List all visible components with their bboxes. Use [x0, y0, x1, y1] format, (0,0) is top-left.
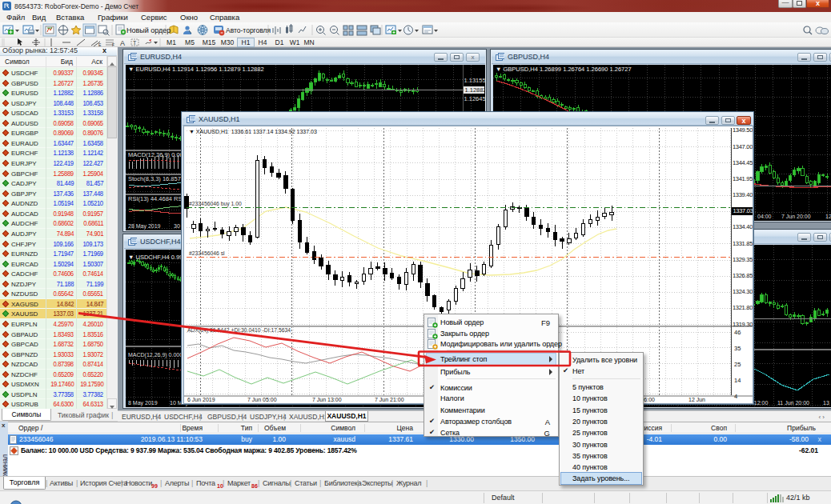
svg-text:1.13155: 1.13155	[464, 77, 486, 84]
svg-text:A: A	[120, 39, 125, 47]
svg-text:▼ EURUSD,H4 1.12914 1.12956 1: ▼ EURUSD,H4 1.12914 1.12956 1.12879 1.12…	[128, 66, 264, 73]
svg-text:28 May 2019: 28 May 2019	[128, 223, 161, 230]
svg-text:12: 12	[825, 214, 831, 219]
svg-text:1.12882: 1.12882	[465, 86, 486, 94]
svg-text:7 Jun 20:00: 7 Jun 20:00	[781, 214, 811, 219]
svg-text:1.12645: 1.12645	[464, 95, 486, 102]
svg-text:04:00: 04:00	[757, 214, 772, 219]
svg-text:11 Jun 20:00: 11 Jun 20:00	[777, 400, 809, 406]
svg-text:T: T	[133, 40, 137, 46]
svg-text:▼ GBPUSD,H4 1.26899 1.26764 1: ▼ GBPUSD,H4 1.26899 1.26764 1.26690 1.26…	[496, 66, 632, 73]
svg-text:8 May 2019: 8 May 2019	[128, 400, 158, 406]
svg-text:13: 13	[823, 400, 829, 406]
